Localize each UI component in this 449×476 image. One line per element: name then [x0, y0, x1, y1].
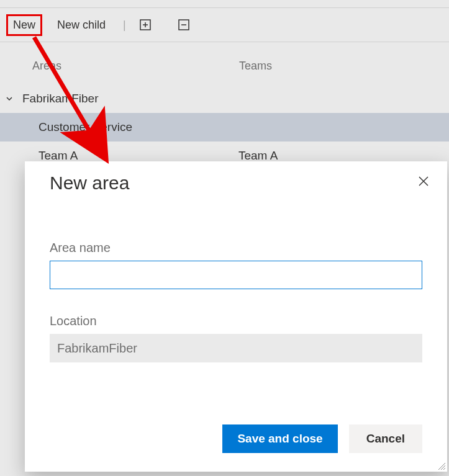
tree-item-label: Team A — [0, 149, 78, 163]
close-icon — [419, 176, 429, 186]
new-button[interactable]: New — [6, 14, 42, 36]
new-area-dialog: New area Area name Location FabrikamFibe… — [25, 161, 447, 472]
toolbar: New New child | — [0, 7, 449, 42]
toolbar-divider: | — [120, 19, 129, 32]
chevron-down-icon[interactable] — [0, 92, 19, 106]
column-header-areas: Areas — [0, 60, 239, 73]
expand-icon[interactable] — [138, 18, 152, 32]
collapse-icon[interactable] — [177, 18, 191, 32]
dialog-actions: Save and close Cancel — [222, 424, 422, 453]
resize-handle-icon[interactable] — [436, 460, 446, 470]
tree-root-label: FabrikamFiber — [19, 92, 98, 106]
area-name-label: Area name — [50, 241, 111, 255]
column-header-teams: Teams — [239, 60, 449, 73]
location-input[interactable]: FabrikamFiber — [50, 334, 422, 362]
new-child-button[interactable]: New child — [52, 16, 111, 34]
close-button[interactable] — [415, 173, 432, 190]
tree-item-customer-service[interactable]: Customer Service — [0, 113, 449, 141]
tree-root-row[interactable]: FabrikamFiber — [0, 84, 449, 113]
tree-item-team: Team A — [238, 149, 449, 163]
area-name-input[interactable] — [50, 261, 422, 289]
area-tree: FabrikamFiber Customer Service Team A Te… — [0, 84, 449, 170]
save-and-close-button[interactable]: Save and close — [222, 424, 337, 453]
svg-line-8 — [441, 465, 445, 470]
column-headers: Areas Teams — [0, 60, 449, 73]
dialog-title: New area — [50, 173, 129, 194]
svg-line-9 — [443, 468, 445, 470]
tree-item-label: Customer Service — [0, 120, 132, 134]
cancel-button[interactable]: Cancel — [349, 424, 422, 453]
location-label: Location — [50, 314, 97, 328]
